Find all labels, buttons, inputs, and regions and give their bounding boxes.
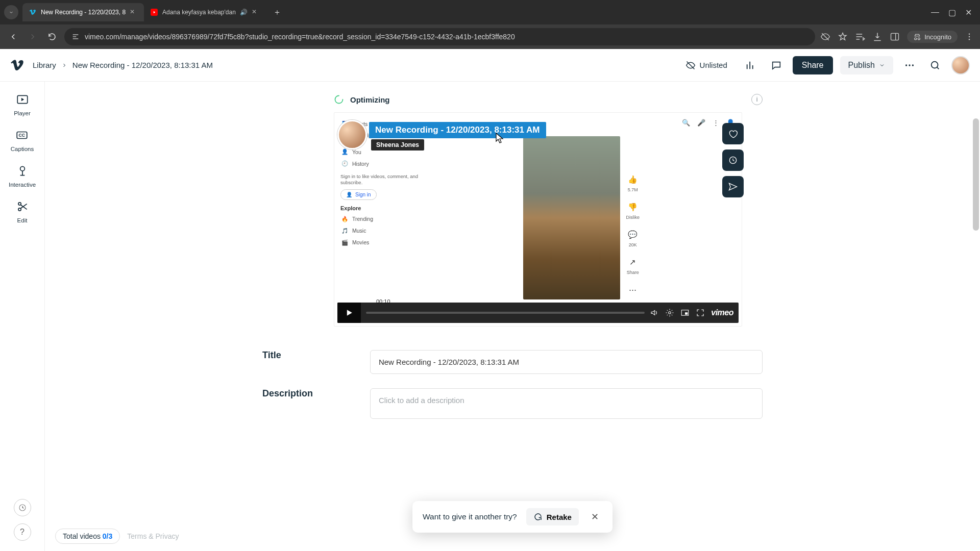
video-author-overlay: Sheena Jones — [371, 139, 424, 151]
sidepanel-icon[interactable] — [890, 32, 900, 42]
scrollbar-thumb[interactable] — [973, 118, 979, 231]
footer: Total videos 0/3 Terms & Privacy — [55, 529, 179, 544]
forward-button[interactable] — [26, 30, 40, 44]
close-window-icon[interactable]: ✕ — [965, 8, 972, 17]
progress-bar[interactable] — [366, 312, 645, 314]
eye-off-icon — [685, 60, 696, 70]
mic-icon: 🎤 — [697, 119, 705, 127]
share-icon: ↗ — [627, 257, 639, 268]
spinner-icon — [334, 94, 344, 105]
browser-tab-strip: New Recording - 12/20/2023, 8 ✕ Adana ke… — [0, 0, 980, 24]
settings-gear-icon[interactable] — [665, 308, 674, 317]
site-settings-icon[interactable] — [71, 33, 80, 41]
playlist-icon[interactable] — [855, 32, 865, 42]
comment-icon: 💬 — [627, 229, 639, 240]
maximize-icon[interactable]: ▢ — [948, 8, 956, 17]
breadcrumb-root[interactable]: Library — [33, 61, 56, 69]
vimeo-wordmark[interactable]: vimeo — [711, 308, 733, 317]
redo-icon — [533, 512, 543, 521]
pip-icon[interactable] — [680, 308, 690, 317]
incognito-badge[interactable]: Incognito — [907, 31, 958, 43]
toast-text: Want to give it another try? — [423, 512, 517, 521]
preview-short-video — [523, 136, 620, 299]
retake-toast: Want to give it another try? Retake ✕ — [412, 501, 612, 533]
description-input[interactable]: Click to add a description — [370, 388, 763, 419]
browser-toolbar: vimeo.com/manage/videos/896376989/72fd7f… — [0, 24, 980, 49]
retake-button[interactable]: Retake — [526, 508, 579, 525]
svg-point-4 — [969, 36, 970, 37]
more-icon: ⋯ — [627, 284, 639, 295]
browser-tab[interactable]: Adana keyfasya kebap'dan 🔊 ✕ — [144, 3, 266, 21]
browser-tab-active[interactable]: New Recording - 12/20/2023, 8 ✕ — [22, 3, 144, 21]
volume-icon[interactable] — [650, 308, 659, 317]
close-icon[interactable]: ✕ — [252, 8, 260, 16]
app-header: Library New Recording - 12/20/2023, 8:13… — [0, 49, 980, 82]
analytics-button[interactable] — [742, 56, 760, 74]
scrollbar[interactable] — [973, 118, 979, 551]
scissors-icon — [12, 198, 33, 215]
preview-signin-pill: 👤Sign in — [340, 189, 377, 200]
thumbs-down-icon: 👎 — [627, 202, 639, 213]
clock-button[interactable] — [14, 499, 31, 516]
back-button[interactable] — [6, 30, 20, 44]
play-button[interactable] — [337, 303, 361, 323]
svg-rect-19 — [685, 312, 688, 315]
svg-point-13 — [18, 203, 20, 205]
close-icon[interactable]: ✕ — [130, 8, 138, 16]
video-title-overlay: New Recording - 12/20/2023, 8:13:31 AM — [369, 122, 546, 138]
kebab-menu-icon[interactable] — [965, 32, 974, 41]
tab-title: New Recording - 12/20/2023, 8 — [41, 9, 126, 16]
breadcrumb-current: New Recording - 12/20/2023, 8:13:31 AM — [72, 61, 213, 69]
svg-point-7 — [909, 64, 910, 66]
rail-edit[interactable]: Edit — [12, 198, 33, 223]
new-tab-button[interactable]: ＋ — [270, 5, 284, 19]
minimize-icon[interactable]: — — [931, 8, 939, 17]
title-input[interactable] — [370, 350, 763, 374]
rail-player[interactable]: Player — [12, 91, 33, 116]
avatar[interactable] — [951, 56, 970, 74]
svg-point-14 — [18, 208, 20, 211]
youtube-favicon-icon — [150, 8, 158, 16]
cursor-icon — [495, 132, 505, 144]
svg-point-5 — [969, 39, 970, 40]
url-text: vimeo.com/manage/videos/896376989/72fd7f… — [85, 33, 515, 41]
video-player[interactable]: 🩳Shorts ▭Subscriptions 👤You 🕘History Sig… — [334, 112, 742, 327]
search-icon: 🔍 — [682, 119, 690, 127]
interactive-icon — [12, 162, 33, 180]
breadcrumb: Library New Recording - 12/20/2023, 8:13… — [33, 61, 213, 69]
comments-button[interactable] — [767, 56, 786, 74]
watch-later-button[interactable] — [722, 149, 744, 171]
rail-interactive[interactable]: Interactive — [9, 162, 36, 188]
send-button[interactable] — [722, 176, 744, 197]
title-label: Title — [262, 350, 329, 361]
svg-point-8 — [912, 64, 914, 66]
more-button[interactable] — [900, 56, 919, 74]
app-root: Library New Recording - 12/20/2023, 8:13… — [0, 49, 980, 551]
left-rail: Player CC Captions Interactive Edit ? — [0, 82, 45, 551]
captions-icon: CC — [12, 127, 32, 144]
eye-off-icon[interactable] — [820, 32, 830, 42]
download-icon[interactable] — [872, 32, 883, 42]
terms-link[interactable]: Terms & Privacy — [127, 532, 179, 540]
svg-point-6 — [905, 64, 907, 66]
rail-captions[interactable]: CC Captions — [11, 127, 34, 152]
video-count-pill[interactable]: Total videos 0/3 — [55, 529, 120, 544]
star-icon[interactable] — [838, 32, 848, 42]
address-bar[interactable]: vimeo.com/manage/videos/896376989/72fd7f… — [64, 28, 815, 45]
tabs-dropdown-button[interactable] — [4, 5, 18, 19]
fullscreen-icon[interactable] — [696, 308, 705, 317]
svg-point-3 — [969, 34, 970, 35]
privacy-button[interactable]: Unlisted — [678, 56, 734, 74]
publish-button[interactable]: Publish — [840, 56, 893, 74]
search-button[interactable] — [926, 56, 944, 74]
info-icon[interactable]: i — [751, 94, 763, 105]
chevron-right-icon — [61, 62, 67, 68]
player-icon — [12, 91, 33, 108]
close-icon[interactable]: ✕ — [588, 510, 602, 524]
like-button[interactable] — [722, 123, 744, 144]
svg-point-9 — [932, 61, 938, 68]
vimeo-logo-icon[interactable] — [10, 58, 24, 72]
reload-button[interactable] — [45, 30, 59, 44]
help-button[interactable]: ? — [14, 523, 31, 541]
share-button[interactable]: Share — [793, 56, 833, 74]
